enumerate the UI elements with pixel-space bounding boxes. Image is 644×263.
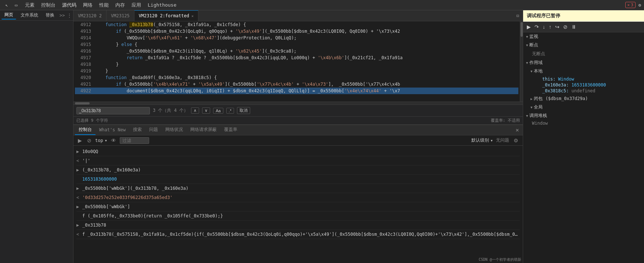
console-text: 10o0QQ <box>82 148 520 155</box>
right-panel: 调试程序已暂停 ▶ ↷ ↓ ↑ ↪ ⊘ ⏸ ▼ ▼ 监视 监视 ▼ 断点 无断点… <box>523 10 644 263</box>
menu-item-lighthouse[interactable]: Lighthouse <box>145 1 179 8</box>
code-text: } <box>95 68 518 74</box>
global-scope-header[interactable]: ▼ 全局 <box>523 103 644 111</box>
find-next-btn[interactable]: ∨ <box>202 107 210 114</box>
console-settings-btn[interactable]: ⚙ <box>512 137 520 144</box>
editor-tab-icons: ⊟ <box>515 13 523 19</box>
bottom-close-btn[interactable]: × <box>513 127 521 134</box>
error-badge[interactable]: ✕ 3 <box>625 2 636 8</box>
eye-btn[interactable]: 👁 <box>109 137 118 144</box>
console-arrow[interactable]: ▶ <box>76 148 81 155</box>
find-cancel-btn[interactable]: 取消 <box>237 107 250 114</box>
step-into-btn[interactable]: ↓ <box>542 23 546 31</box>
pause-exception-btn[interactable]: ⏸ <box>571 23 577 31</box>
step-out-btn[interactable]: ↑ <box>548 23 552 31</box>
step-btn[interactable]: ↪ <box>554 23 560 31</box>
local-scope-header[interactable]: ▼ 本地 <box>523 67 644 75</box>
console-arrow[interactable]: ▶ <box>76 185 81 192</box>
editor-tab-close[interactable]: ✕ <box>191 14 194 18</box>
console-text: f (_0x105ffe,_0x733be0){return _0x105ffe… <box>82 212 520 220</box>
line-number: 4912 <box>75 21 91 28</box>
editor-tab-vm23120-2[interactable]: VM23120 2 <box>73 10 107 21</box>
line-number: 4921 <box>75 81 91 88</box>
menu-item-performance[interactable]: 性能 <box>96 1 112 9</box>
code-lines: 4912 function _0x313b78(_0x575158, _0x1f… <box>73 21 520 102</box>
editor-sidebar-icon[interactable]: ⊟ <box>515 13 521 19</box>
left-tab-override[interactable]: 替换 <box>43 11 57 19</box>
stop-btn[interactable]: ⊘ <box>86 137 93 144</box>
find-prev-btn[interactable]: ∧ <box>191 107 199 114</box>
gear-icon[interactable]: ⚙ <box>638 3 641 8</box>
filter-input[interactable] <box>120 137 149 144</box>
main-layout: 网页 文件系统 替换 >> ⋮ VM23120 2 VM23125 VM2312… <box>0 10 644 263</box>
watermark: CSDN @一个初学者的萌新 <box>479 257 521 262</box>
vertical-scrollbar[interactable] <box>520 21 523 102</box>
code-line: 4918 } <box>75 61 518 68</box>
level-dropdown-icon[interactable]: ▾ <box>105 138 107 143</box>
left-tab-webpage[interactable]: 网页 <box>1 11 16 19</box>
level-selector-wrap: top ▾ <box>95 138 107 143</box>
console-arrow[interactable]: ▶ <box>76 166 81 174</box>
console-line: ▶_0x313b78 <box>76 221 520 230</box>
editor-tab-vm23120-2-formatted[interactable]: VM23120 2:formatted ✕ <box>134 10 198 21</box>
menu-item-memory[interactable]: 内存 <box>112 1 128 9</box>
execute-btn[interactable]: ▶ <box>76 137 83 144</box>
code-line: 4914 VWQQuv['\x6f\x4f\x61' + '\x68\x47']… <box>75 35 518 41</box>
line-number: 4915 <box>75 41 91 48</box>
resume-btn[interactable]: ▶ <box>526 23 532 31</box>
device-icon[interactable]: ▭ <box>12 1 20 9</box>
callstack-section-header[interactable]: ▼ 调用堆栈 <box>523 111 644 120</box>
horizontal-scrollbar[interactable] <box>73 102 523 104</box>
scrollbar-thumb[interactable] <box>521 22 523 37</box>
watch-section-header[interactable]: ▼ ▼ 监视 监视 <box>523 32 644 41</box>
console-arrow[interactable]: ▶ <box>76 221 81 229</box>
menu-item-network[interactable]: 网络 <box>80 1 96 9</box>
menu-bar: ↖ ▭ 元素 控制台 源代码 网络 性能 内存 应用 Lighthouse ✕ … <box>0 0 644 10</box>
find-aa-btn[interactable]: Aa <box>213 108 223 114</box>
menu-item-elements[interactable]: 元素 <box>22 1 37 9</box>
menu-item-console[interactable]: 控制台 <box>38 1 58 9</box>
closure-scope-header[interactable]: ▶ 闭包 ($dbsm_0x37d29a) <box>523 95 644 103</box>
bottom-tab-search[interactable]: 搜索 <box>129 125 145 135</box>
console-arrow[interactable]: < <box>76 231 81 238</box>
no-breakpoints: 无断点 <box>523 49 644 58</box>
bottom-tab-console[interactable]: 控制台 <box>75 125 96 135</box>
console-line: ▶(_0x313b78, _0x160e3a) <box>76 166 520 175</box>
menu-item-sources[interactable]: 源代码 <box>59 1 79 9</box>
console-arrow[interactable]: < <box>76 194 81 201</box>
find-input[interactable] <box>76 107 150 114</box>
console-arrow[interactable]: ▶ <box>76 203 81 210</box>
bottom-tab-whatsnew[interactable]: What's New <box>96 126 129 135</box>
callstack-title: 调用堆栈 <box>529 113 547 119</box>
default-level-label: 默认级别 <box>471 137 489 143</box>
code-line: 4920 function _0xdad69f(_0x160e3a, _0x38… <box>75 74 518 81</box>
breakpoints-section-header[interactable]: ▼ 断点 <box>523 41 644 49</box>
default-level-selector[interactable]: 默认级别 ▾ <box>471 137 493 143</box>
error-count: 3 <box>631 3 633 7</box>
bottom-tab-issues[interactable]: 问题 <box>145 125 162 135</box>
editor-tab-label-2: VM23120 2:formatted <box>139 13 189 18</box>
left-panel-content <box>0 21 73 263</box>
deactivate-btn[interactable]: ⊘ <box>562 23 568 31</box>
step-over-btn[interactable]: ↷ <box>534 23 540 31</box>
h-scrollbar-thumb[interactable] <box>75 102 90 104</box>
left-tab-filesystem[interactable]: 文件系统 <box>18 11 41 19</box>
left-tab-more[interactable]: >> <box>60 13 65 18</box>
callstack-chevron: ▼ <box>526 114 528 118</box>
console-arrow[interactable]: < <box>76 157 81 164</box>
find-regex-btn[interactable]: .* <box>226 108 234 114</box>
console-text: '|' <box>82 157 520 164</box>
cursor-icon[interactable]: ↖ <box>3 1 10 9</box>
error-x-icon: ✕ <box>627 3 630 7</box>
bottom-tab-network-conditions[interactable]: 网络状况 <box>162 125 187 135</box>
left-panel: 网页 文件系统 替换 >> ⋮ <box>0 10 73 263</box>
editor-tab-vm23125[interactable]: VM23125 <box>107 10 134 21</box>
scope-section-header[interactable]: ▼ 作用域 <box>523 58 644 67</box>
console-line: <f _0x313b78(_0x575158,_0x1fa91a,_0x1cf5… <box>76 230 520 239</box>
bottom-tab-network-block[interactable]: 网络请求屏蔽 <box>187 125 220 135</box>
left-panel-menu-icon[interactable]: ⋮ <box>67 13 72 18</box>
code-line: 4919 } <box>75 68 518 74</box>
code-text: function _0xdad69f(_0x160e3a, _0x3818c5)… <box>95 74 518 81</box>
bottom-tab-coverage[interactable]: 覆盖率 <box>220 125 241 135</box>
menu-item-application[interactable]: 应用 <box>129 1 144 9</box>
